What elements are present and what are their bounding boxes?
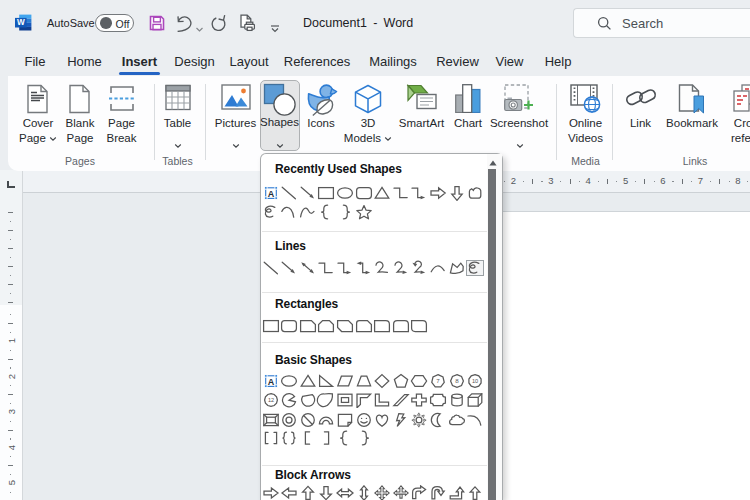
svg-text:10: 10	[472, 378, 478, 384]
svg-text:W: W	[17, 18, 25, 27]
svg-text:12: 12	[267, 397, 273, 403]
svg-text:7: 7	[436, 377, 440, 384]
svg-text:8: 8	[455, 377, 459, 384]
svg-text:A: A	[267, 377, 274, 387]
svg-text:A: A	[267, 189, 274, 199]
